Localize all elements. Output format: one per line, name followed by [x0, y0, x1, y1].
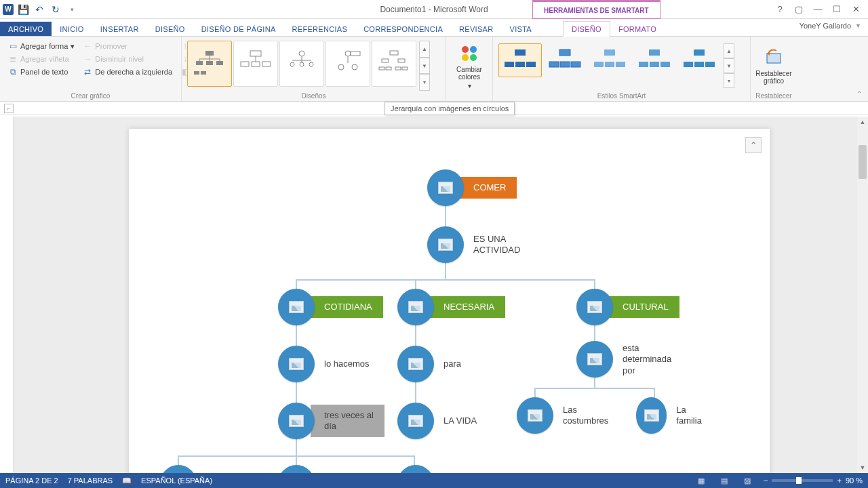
qat-redo-icon[interactable]: ↻: [49, 3, 62, 16]
tab-smartart-format[interactable]: FORMATO: [610, 22, 665, 36]
styles-down-icon[interactable]: ▼: [724, 58, 734, 73]
workspace: ⌃: [0, 117, 868, 473]
minimize-icon[interactable]: —: [808, 2, 827, 17]
page[interactable]: ⌃: [129, 129, 770, 473]
tab-home[interactable]: INICIO: [52, 22, 92, 36]
style-item-5[interactable]: [677, 43, 721, 77]
qat-save-icon[interactable]: 💾: [16, 3, 30, 16]
zoom-level[interactable]: 90 %: [846, 476, 863, 485]
node-para[interactable]: para: [397, 346, 472, 382]
node-costumbres[interactable]: Las costumbres: [517, 397, 619, 434]
scroll-down-icon[interactable]: ▼: [857, 462, 868, 473]
vertical-scrollbar[interactable]: ▲ ▼: [857, 117, 868, 473]
node-actividad[interactable]: ES UNA ACTIVIDAD: [427, 226, 531, 263]
node-determinada[interactable]: esta determinada por: [576, 338, 682, 382]
tab-references[interactable]: REFERENCIAS: [284, 22, 356, 36]
change-colors-button[interactable]: Cambiar colores ▾: [450, 39, 488, 92]
svg-rect-5: [201, 71, 206, 75]
svg-point-34: [470, 46, 477, 53]
node-tres-veces[interactable]: tres veces al día: [278, 403, 384, 439]
tab-mailings[interactable]: CORRESPONDENCIA: [355, 22, 451, 36]
ribbon-group-styles: ▲ ▼ ▾ Estilos SmartArt: [493, 37, 751, 101]
svg-rect-45: [604, 49, 615, 56]
node-almuerzo[interactable]: Almuerzo: [278, 465, 372, 473]
style-item-2[interactable]: [543, 43, 587, 77]
status-language[interactable]: ESPAÑOL (ESPAÑA): [141, 476, 212, 485]
styles-up-icon[interactable]: ▲: [724, 43, 734, 58]
layout-item-2[interactable]: [233, 41, 278, 87]
tab-design[interactable]: DISEÑO: [147, 22, 193, 36]
node-hacemos[interactable]: lo hacemos: [278, 346, 380, 382]
help-icon[interactable]: ?: [770, 2, 789, 17]
gallery-down-icon[interactable]: ▼: [419, 58, 430, 75]
layout-tooltip: Jerarquía con imágenes en círculos: [384, 102, 515, 115]
group-label-colors: [450, 92, 488, 101]
svg-rect-41: [559, 49, 570, 56]
quick-access-toolbar: W 💾 ↶ ↻ ▾: [0, 3, 79, 16]
view-print-icon[interactable]: ▤: [717, 475, 731, 486]
rtl-button[interactable]: ⇄De derecha a izquierda: [81, 66, 174, 77]
word-app-icon: W: [3, 4, 14, 15]
svg-point-16: [290, 62, 294, 66]
layout-item-3[interactable]: [279, 41, 324, 87]
node-cena[interactable]: Cena: [397, 465, 475, 473]
layout-options-button[interactable]: ⌃: [745, 137, 762, 153]
close-icon[interactable]: ✕: [846, 2, 865, 17]
tab-insert[interactable]: INSERTAR: [92, 22, 147, 36]
node-desayuno[interactable]: Desayuno: [160, 465, 257, 473]
proofing-icon[interactable]: 📖: [122, 476, 132, 485]
text-pane-button[interactable]: ⧉Panel de texto: [7, 66, 76, 77]
ribbon-tabs: ARCHIVO INICIO INSERTAR DISEÑO DISEÑO DE…: [0, 19, 868, 37]
ribbon-group-colors: Cambiar colores ▾: [446, 37, 493, 101]
group-label-create: Crear gráfico: [4, 92, 177, 101]
scroll-thumb[interactable]: [859, 145, 867, 179]
add-shape-button[interactable]: ▭Agregar forma ▾: [7, 41, 76, 52]
tab-file[interactable]: ARCHIVO: [0, 22, 52, 36]
svg-rect-13: [262, 62, 271, 66]
node-necesaria[interactable]: NECESARIA: [397, 289, 505, 325]
layout-item-4[interactable]: [326, 41, 370, 87]
node-familia[interactable]: La familia: [636, 397, 719, 434]
style-item-1[interactable]: [498, 43, 542, 77]
node-vida[interactable]: LA VIDA: [397, 403, 488, 439]
reset-graphic-button[interactable]: Restablecer gráfico: [755, 39, 793, 92]
gallery-up-icon[interactable]: ▲: [419, 41, 430, 58]
view-web-icon[interactable]: ▨: [741, 475, 754, 486]
tab-view[interactable]: VISTA: [502, 22, 540, 36]
svg-rect-31: [395, 67, 401, 70]
collapse-ribbon-icon[interactable]: ⌃: [853, 90, 865, 100]
qat-customize-icon[interactable]: ▾: [65, 3, 79, 16]
layout-item-5[interactable]: [372, 41, 416, 87]
qat-undo-icon[interactable]: ↶: [33, 3, 46, 16]
zoom-slider[interactable]: [772, 479, 833, 482]
status-page[interactable]: PÁGINA 2 DE 2: [5, 476, 58, 485]
node-cultural[interactable]: CULTURAL: [576, 289, 679, 325]
zoom-out-icon[interactable]: −: [764, 476, 768, 485]
tab-selector[interactable]: ⌐: [4, 104, 14, 113]
smartart-diagram[interactable]: COMER ES UNA ACTIVIDAD COTIDIANA NECESAR…: [163, 156, 719, 473]
style-item-3[interactable]: [588, 43, 631, 77]
scroll-up-icon[interactable]: ▲: [857, 117, 868, 127]
ribbon-options-icon[interactable]: ▢: [789, 2, 808, 17]
status-words[interactable]: 7 PALABRAS: [68, 476, 113, 485]
maximize-icon[interactable]: ☐: [827, 2, 846, 17]
tab-review[interactable]: REVISAR: [451, 22, 501, 36]
tab-smartart-design[interactable]: DISEÑO: [563, 21, 610, 37]
svg-rect-22: [351, 52, 360, 56]
svg-rect-46: [594, 62, 604, 67]
ruler-vertical[interactable]: [0, 117, 14, 473]
gallery-more-icon[interactable]: ▾: [419, 74, 430, 91]
view-read-icon[interactable]: ▦: [694, 475, 708, 486]
layouts-gallery-scroll: ▲ ▼ ▾: [419, 41, 430, 91]
node-cotidiana[interactable]: COTIDIANA: [278, 289, 383, 325]
arrow-left-icon: ←: [83, 41, 92, 51]
svg-rect-38: [505, 62, 514, 67]
user-account[interactable]: YoneY Gallardo ▼: [800, 22, 861, 30]
style-item-4[interactable]: [633, 43, 676, 77]
zoom-in-icon[interactable]: +: [837, 476, 841, 485]
ribbon: ▭Agregar forma ▾ ≣Agregar viñeta ⧉Panel …: [0, 37, 868, 102]
layout-item-1[interactable]: [187, 41, 232, 87]
node-comer[interactable]: COMER: [427, 169, 517, 206]
tab-page-layout[interactable]: DISEÑO DE PÁGINA: [193, 22, 284, 36]
styles-more-icon[interactable]: ▾: [724, 73, 734, 88]
